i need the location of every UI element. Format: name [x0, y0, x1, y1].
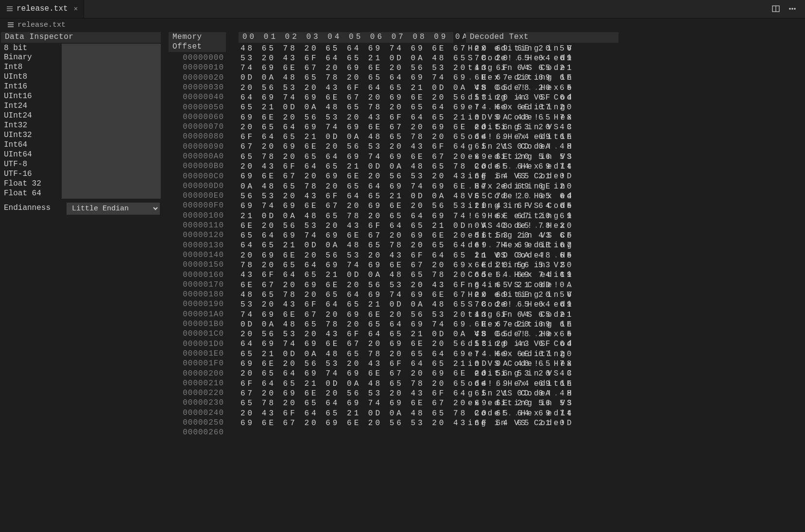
decoded-cell[interactable]: !..Hex editing i	[465, 211, 619, 221]
inspector-row-value[interactable]	[62, 121, 161, 131]
decoded-cell[interactable]: Code!..Hex edit	[465, 409, 619, 418]
inspector-row-value[interactable]	[62, 189, 161, 199]
offset-cell[interactable]: 00000010	[168, 63, 227, 72]
inspector-row-value[interactable]	[62, 150, 161, 160]
decoded-cell[interactable]: ting in VS Code!	[465, 63, 619, 73]
decoded-cell[interactable]: ex editing in VS	[465, 398, 619, 408]
offset-cell[interactable]: 000001E0	[168, 349, 227, 359]
offset-cell[interactable]: 000001C0	[168, 329, 227, 339]
bytes-cell[interactable]: 56 53 20 43 6F 64 65 21 0D 0A 48 65 78 2…	[238, 191, 454, 201]
decoded-cell[interactable]: VS Code!..Hex e	[465, 329, 619, 339]
decoded-cell[interactable]: ..Hex editing in	[465, 320, 619, 329]
decoded-cell[interactable]: ing in VS Code!.	[465, 418, 619, 428]
bytes-cell[interactable]: 64 69 74 69 6E 67 20 69 6E 20 56 53 20 4…	[238, 93, 454, 103]
offset-cell[interactable]: 00000240	[168, 408, 227, 418]
offset-cell[interactable]: 00000110	[168, 221, 227, 230]
offset-cell[interactable]: 000000C0	[168, 172, 227, 181]
decoded-cell[interactable]: editing in VS Co	[465, 231, 619, 240]
offset-cell[interactable]: 000001A0	[168, 309, 227, 319]
decoded-cell[interactable]: Code!..Hex edit	[465, 162, 619, 172]
inspector-row-value[interactable]	[62, 160, 161, 170]
decoded-cell[interactable]: n VS Code!..Hex	[465, 221, 619, 231]
offset-cell[interactable]: 000000B0	[168, 161, 227, 171]
offset-cell[interactable]: 00000190	[168, 299, 227, 309]
decoded-cell[interactable]: .Hex editing in	[465, 182, 619, 191]
decoded-cell[interactable]: e!..Hex editing	[465, 103, 619, 112]
decoded-cell[interactable]: editing in VS C	[465, 122, 619, 132]
offset-cell[interactable]: 000000D0	[168, 181, 227, 191]
bytes-cell[interactable]: 53 20 43 6F 64 65 21 0D 0A 48 65 78 20 6…	[238, 300, 454, 309]
bytes-cell[interactable]: 6F 64 65 21 0D 0A 48 65 78 20 65 64 69 7…	[238, 379, 454, 389]
bytes-cell[interactable]: 64 69 74 69 6E 67 20 69 6E 20 56 53 20 4…	[238, 339, 454, 349]
decoded-cell[interactable]: Hex editing in V	[465, 290, 619, 300]
bytes-cell[interactable]: 48 65 78 20 65 64 69 74 69 6E 67 20 69 6…	[238, 290, 454, 300]
bytes-cell[interactable]: 20 56 53 20 43 6F 64 65 21 0D 0A 48 65 7…	[238, 329, 454, 339]
decoded-cell[interactable]: iting in VS Code	[465, 201, 619, 211]
bytes-cell[interactable]: 69 6E 67 20 69 6E 20 56 53 20 43 6F 64 6…	[238, 418, 454, 428]
decoded-cell[interactable]: ode!..Hex editin	[465, 379, 619, 389]
offset-cell[interactable]: 00000220	[168, 388, 227, 398]
endianness-select[interactable]: Little EndianBig Endian	[67, 203, 160, 215]
decoded-cell[interactable]: ng in VS Code!..	[465, 280, 619, 290]
inspector-row-value[interactable]	[62, 63, 161, 72]
bytes-cell[interactable]: 69 6E 67 20 69 6E 20 56 53 20 43 6F 64 6…	[238, 172, 454, 181]
decoded-cell[interactable]: in VS Code!..Hex	[465, 359, 619, 369]
bytes-cell[interactable]: 64 65 21 0D 0A 48 65 78 20 65 64 69 74 6…	[238, 240, 454, 250]
offset-cell[interactable]: 00000170	[168, 280, 227, 290]
inspector-row-value[interactable]	[62, 179, 161, 189]
offset-cell[interactable]: 00000210	[168, 378, 227, 388]
decoded-cell[interactable]: in VS Code!..He	[465, 251, 619, 260]
offset-cell[interactable]: 00000120	[168, 230, 227, 240]
decoded-cell[interactable]: Hex editing in V	[465, 44, 619, 53]
offset-cell[interactable]: 00000020	[168, 73, 227, 83]
offset-cell[interactable]: 000000E0	[168, 191, 227, 201]
decoded-cell[interactable]: in VS Code!..Hex	[465, 113, 619, 122]
offset-cell[interactable]: 000001F0	[168, 359, 227, 368]
bytes-cell[interactable]: 21 0D 0A 48 65 78 20 65 64 69 74 69 6E 6…	[238, 211, 454, 221]
bytes-cell[interactable]: 6E 20 56 53 20 43 6F 64 65 21 0D 0A 48 6…	[238, 221, 454, 231]
bytes-cell[interactable]: 67 20 69 6E 20 56 53 20 43 6F 64 65 21 0…	[238, 142, 454, 152]
tab-release[interactable]: release.txt ✕	[0, 0, 84, 18]
bytes-cell[interactable]: 69 74 69 6E 67 20 69 6E 20 56 53 20 43 6…	[238, 201, 454, 211]
offset-cell[interactable]: 00000150	[168, 260, 227, 270]
bytes-cell[interactable]: 65 64 69 74 69 6E 67 20 69 6E 20 56 53 2…	[238, 231, 454, 240]
decoded-cell[interactable]: diting in VS Cod	[465, 339, 619, 349]
decoded-cell[interactable]: diting in VS Cod	[465, 93, 619, 103]
bytes-cell[interactable]: 43 6F 64 65 21 0D 0A 48 65 78 20 65 64 6…	[238, 270, 454, 280]
decoded-cell[interactable]: ode!..Hex editin	[465, 132, 619, 142]
offset-cell[interactable]: 00000090	[168, 142, 227, 152]
split-editor-icon[interactable]	[772, 4, 780, 14]
offset-cell[interactable]: 00000000	[168, 53, 227, 63]
offset-cell[interactable]: 00000140	[168, 250, 227, 260]
offset-cell[interactable]: 00000160	[168, 270, 227, 280]
decoded-cell[interactable]: S Code!..Hex edi	[465, 300, 619, 309]
bytes-cell[interactable]: 20 56 53 20 43 6F 64 65 21 0D 0A 48 65 7…	[238, 83, 454, 93]
bytes-cell[interactable]: 6E 67 20 69 6E 20 56 53 20 43 6F 64 65 2…	[238, 280, 454, 290]
bytes-cell[interactable]: 6F 64 65 21 0D 0A 48 65 78 20 65 64 69 7…	[238, 132, 454, 142]
offset-cell[interactable]: 000001B0	[168, 319, 227, 329]
decoded-cell[interactable]: ing in VS Code!.	[465, 172, 619, 181]
bytes-cell[interactable]: 74 69 6E 67 20 69 6E 20 56 53 20 43 6F 6…	[238, 63, 454, 73]
bytes-cell[interactable]: 20 69 6E 20 56 53 20 43 6F 64 65 21 0D 0…	[238, 251, 454, 260]
decoded-cell[interactable]: g in VS Code!..H	[465, 389, 619, 398]
inspector-row-value[interactable]	[62, 92, 161, 102]
offset-cell[interactable]: 00000080	[168, 132, 227, 141]
inspector-row-value[interactable]	[62, 111, 161, 121]
close-icon[interactable]: ✕	[74, 5, 78, 13]
bytes-cell[interactable]: 65 78 20 65 64 69 74 69 6E 67 20 69 6E 2…	[238, 398, 454, 408]
bytes-cell[interactable]: 69 6E 20 56 53 20 43 6F 64 65 21 0D 0A 4…	[238, 359, 454, 369]
bytes-cell[interactable]: 78 20 65 64 69 74 69 6E 67 20 69 6E 20 5…	[238, 260, 454, 270]
inspector-row-value[interactable]	[62, 72, 161, 82]
bytes-cell[interactable]: 20 65 64 69 74 69 6E 67 20 69 6E 20 56 5…	[238, 369, 454, 378]
bytes-cell[interactable]: 67 20 69 6E 20 56 53 20 43 6F 64 65 21 0…	[238, 389, 454, 398]
decoded-cell[interactable]: VS Code!..Hex e	[465, 83, 619, 93]
bytes-cell[interactable]: 20 43 6F 64 65 21 0D 0A 48 65 78 20 65 6…	[238, 162, 454, 172]
offset-cell[interactable]: 00000230	[168, 398, 227, 408]
bytes-cell[interactable]: 53 20 43 6F 64 65 21 0D 0A 48 65 78 20 6…	[238, 53, 454, 63]
offset-cell[interactable]: 000001D0	[168, 339, 227, 349]
decoded-cell[interactable]: ex editing in VS	[465, 152, 619, 162]
bytes-cell[interactable]: 69 6E 20 56 53 20 43 6F 64 65 21 0D 0A 4…	[238, 113, 454, 122]
decoded-cell[interactable]: Code!..Hex editi	[465, 270, 619, 280]
offset-cell[interactable]: 00000100	[168, 211, 227, 221]
decoded-cell[interactable]: ting in VS Code!	[465, 310, 619, 320]
